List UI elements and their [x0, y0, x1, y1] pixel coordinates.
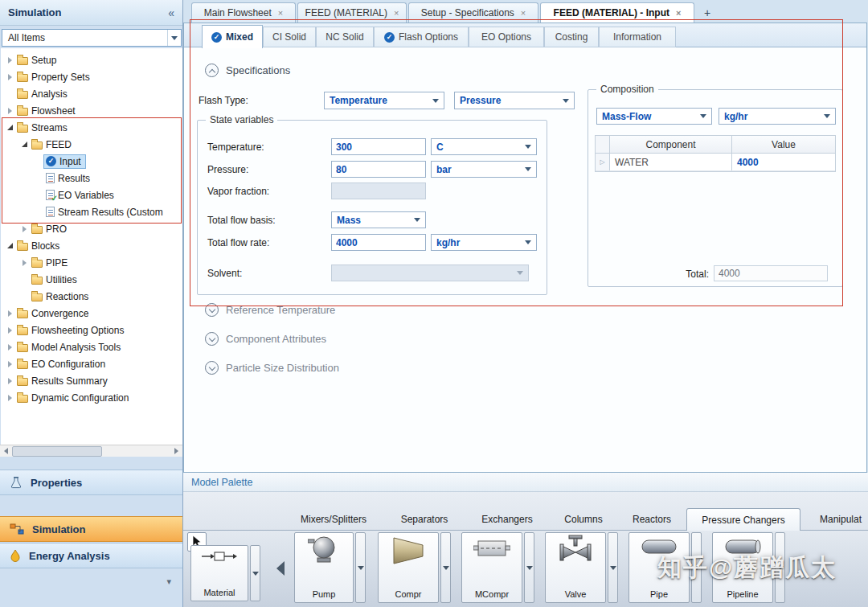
pump-dropdown-button[interactable]: [355, 532, 366, 603]
tree-item-reactions[interactable]: Reactions: [1, 288, 182, 305]
expander-collapsed-icon[interactable]: [6, 310, 14, 317]
tab-ci-solid[interactable]: CI Solid: [263, 27, 316, 47]
scrollbar-thumb[interactable]: [12, 446, 102, 457]
tree-item-pro[interactable]: PRO: [1, 220, 182, 237]
tree-item-pipe[interactable]: PIPE: [1, 254, 182, 271]
new-tab-button[interactable]: +: [699, 5, 715, 20]
tree-item-utilities[interactable]: Utilities: [1, 271, 182, 288]
more-environments-caret-icon[interactable]: ▾: [166, 576, 171, 587]
collapse-pane-icon[interactable]: «: [168, 6, 174, 19]
tree-item-streams[interactable]: Streams: [1, 119, 182, 136]
properties-environment-button[interactable]: Properties: [0, 470, 182, 495]
palette-tab-reactors[interactable]: Reactors: [619, 509, 685, 530]
compr-dropdown-button[interactable]: [440, 532, 451, 603]
tree-item-property-sets[interactable]: Property Sets: [1, 68, 182, 85]
palette-item-pump[interactable]: Pump: [294, 532, 354, 603]
tree-horizontal-scrollbar[interactable]: [0, 445, 182, 457]
expander-expanded-icon[interactable]: [20, 141, 29, 147]
pipe-dropdown-button[interactable]: [691, 532, 702, 603]
expand-section-icon[interactable]: [205, 303, 219, 317]
expander-collapsed-icon[interactable]: [6, 57, 14, 64]
palette-tab-separators[interactable]: Separators: [384, 509, 465, 530]
palette-item-pipeline[interactable]: Pipeline: [712, 532, 773, 603]
flash-type-secondary-select[interactable]: Pressure: [454, 92, 575, 109]
palette-item-pipe[interactable]: Pipe: [628, 532, 690, 603]
mcompr-dropdown-button[interactable]: [524, 532, 534, 603]
palette-scroll-left-button[interactable]: [275, 534, 285, 603]
energy-analysis-environment-button[interactable]: Energy Analysis: [0, 543, 182, 568]
expander-expanded-icon[interactable]: [6, 243, 14, 248]
tab-setup-specifications[interactable]: Setup - Specifications×: [408, 2, 538, 23]
tab-feed-material[interactable]: FEED (MATERIAL)×: [297, 2, 407, 23]
palette-item-valve[interactable]: Valve: [545, 532, 606, 603]
tree-item-feed[interactable]: FEED: [1, 136, 182, 153]
tree-item-stream-results[interactable]: Stream Results (Custom: [1, 203, 182, 220]
tree-item-flowsheet[interactable]: Flowsheet: [1, 102, 182, 119]
expander-expanded-icon[interactable]: [6, 125, 14, 130]
tab-main-flowsheet[interactable]: Main Flowsheet×: [191, 2, 296, 23]
expander-collapsed-icon[interactable]: [20, 260, 29, 266]
total-flow-rate-input[interactable]: [331, 234, 426, 251]
section-specifications[interactable]: Specifications: [205, 64, 290, 77]
pressure-unit-select[interactable]: bar: [431, 161, 537, 178]
tree-item-dynamic-configuration[interactable]: Dynamic Configuration: [1, 389, 182, 406]
expander-collapsed-icon[interactable]: [6, 327, 14, 334]
composition-units-select[interactable]: kg/hr: [719, 108, 836, 125]
tree-item-blocks[interactable]: Blocks: [1, 237, 182, 254]
pressure-input[interactable]: [331, 161, 426, 178]
tab-nc-solid[interactable]: NC Solid: [316, 27, 374, 47]
palette-item-compr[interactable]: Compr: [378, 532, 439, 603]
close-tab-icon[interactable]: ×: [521, 8, 526, 18]
expander-collapsed-icon[interactable]: [6, 344, 14, 351]
expand-section-icon[interactable]: [205, 361, 219, 375]
value-cell[interactable]: 4000: [732, 154, 835, 170]
palette-tab-exchangers[interactable]: Exchangers: [468, 509, 547, 530]
tree-item-feed-results[interactable]: Results: [1, 170, 182, 187]
close-tab-icon[interactable]: ×: [676, 8, 681, 18]
total-flow-rate-unit-select[interactable]: kg/hr: [431, 234, 537, 251]
tab-flash-options[interactable]: ✓ Flash Options: [374, 27, 469, 47]
tab-feed-material-input[interactable]: FEED (MATERIAL) - Input×: [540, 2, 694, 23]
expander-collapsed-icon[interactable]: [6, 378, 14, 384]
section-reference-temperature[interactable]: Reference Temperature: [205, 303, 335, 317]
section-particle-size-distribution[interactable]: Particle Size Distribution: [205, 361, 339, 375]
expander-collapsed-icon[interactable]: [6, 395, 14, 401]
pipeline-dropdown-button[interactable]: [775, 532, 785, 603]
collapse-section-icon[interactable]: [205, 64, 219, 77]
palette-item-material[interactable]: Material: [190, 545, 248, 601]
tree-item-model-analysis-tools[interactable]: Model Analysis Tools: [1, 338, 182, 355]
simulation-environment-button[interactable]: Simulation: [0, 516, 182, 542]
tree-item-eo-configuration[interactable]: EO Configuration: [1, 355, 182, 372]
tree-item-eo-variables[interactable]: ✓EO Variables: [1, 187, 182, 203]
palette-tab-pressure-changers[interactable]: Pressure Changers: [686, 508, 800, 531]
scroll-right-arrow[interactable]: [170, 445, 182, 457]
valve-dropdown-button[interactable]: [608, 532, 618, 603]
component-cell[interactable]: WATER: [610, 154, 732, 170]
close-tab-icon[interactable]: ×: [278, 8, 283, 18]
tree-item-setup[interactable]: Setup: [1, 51, 182, 68]
palette-tab-columns[interactable]: Columns: [551, 509, 616, 530]
tab-eo-options[interactable]: EO Options: [469, 27, 544, 47]
total-flow-basis-select[interactable]: Mass: [331, 211, 426, 228]
tree-filter-select[interactable]: All Items: [2, 29, 182, 47]
expander-collapsed-icon[interactable]: [6, 108, 14, 114]
temperature-unit-select[interactable]: C: [431, 138, 537, 155]
composition-basis-select[interactable]: Mass-Flow: [596, 108, 712, 125]
tree-item-flowsheeting-options[interactable]: Flowsheeting Options: [1, 322, 182, 338]
palette-tab-mixers-splitters[interactable]: Mixers/Splitters: [289, 509, 378, 530]
tree-item-feed-input[interactable]: ✓Input: [1, 153, 182, 170]
material-dropdown-button[interactable]: [250, 545, 260, 601]
flash-type-primary-select[interactable]: Temperature: [324, 92, 444, 109]
tree-item-analysis[interactable]: Analysis: [1, 85, 182, 102]
palette-tab-manipulators[interactable]: Manipulat: [804, 509, 868, 530]
expander-collapsed-icon[interactable]: [6, 361, 14, 367]
tree-item-results-summary[interactable]: Results Summary: [1, 372, 182, 389]
tab-mixed[interactable]: ✓ Mixed: [202, 25, 263, 48]
section-component-attributes[interactable]: Component Attributes: [205, 332, 326, 346]
scroll-left-arrow[interactable]: [0, 445, 12, 457]
expand-section-icon[interactable]: [205, 332, 219, 346]
expander-collapsed-icon[interactable]: [20, 226, 29, 232]
tree-item-convergence[interactable]: Convergence: [1, 305, 182, 322]
palette-item-mcompr[interactable]: MCompr: [461, 532, 522, 603]
close-tab-icon[interactable]: ×: [394, 8, 399, 18]
